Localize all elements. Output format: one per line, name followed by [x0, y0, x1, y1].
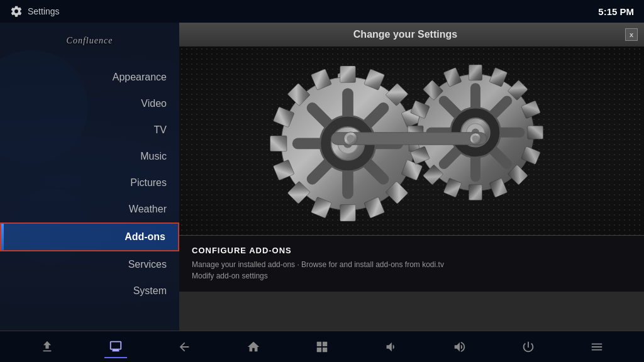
sidebar-item-music[interactable]: Music: [0, 143, 179, 170]
description-title: CONFIGURE ADD-ONS: [192, 246, 631, 255]
screen-button[interactable]: [104, 336, 127, 358]
dialog-title: Change your Settings: [353, 29, 457, 40]
svg-point-55: [472, 135, 479, 142]
home-button[interactable]: [242, 336, 265, 358]
description-area: CONFIGURE ADD-ONS Manage your installed …: [179, 235, 644, 292]
gears-svg: [179, 47, 644, 235]
gear-illustration: [179, 47, 644, 235]
power-button[interactable]: [517, 336, 540, 358]
svg-rect-34: [469, 185, 482, 200]
svg-rect-9: [340, 204, 356, 221]
volume-down-button[interactable]: [379, 336, 402, 358]
svg-rect-1: [340, 66, 356, 82]
gear-icon: [10, 5, 23, 18]
topbar-time: 5:15 PM: [598, 6, 634, 17]
back-button[interactable]: [173, 336, 196, 358]
windows-button[interactable]: [311, 336, 333, 358]
settings-dialog: Change your Settings x: [179, 23, 644, 331]
content-area: Change your Settings x: [179, 23, 644, 331]
svg-rect-26: [469, 65, 482, 80]
main-area: Confluence Appearance Video TV Music Pic…: [0, 23, 644, 331]
dialog-titlebar: Change your Settings x: [179, 23, 644, 47]
topbar-left: Settings: [10, 5, 60, 18]
volume-up-button[interactable]: [448, 336, 471, 358]
sidebar: Confluence Appearance Video TV Music Pic…: [0, 23, 179, 331]
svg-rect-13: [270, 136, 287, 151]
taskbar: [0, 331, 644, 362]
menu-button[interactable]: [586, 336, 608, 358]
sidebar-item-services[interactable]: Services: [0, 251, 179, 278]
dialog-close-button[interactable]: x: [625, 28, 638, 41]
sidebar-item-video[interactable]: Video: [0, 90, 179, 117]
topbar: Settings 5:15 PM: [0, 0, 644, 23]
svg-point-53: [347, 134, 354, 142]
sidebar-item-appearance[interactable]: Appearance: [0, 64, 179, 90]
sidebar-item-weather[interactable]: Weather: [0, 196, 179, 222]
app-logo: Confluence: [0, 29, 179, 64]
sidebar-item-pictures[interactable]: Pictures: [0, 170, 179, 196]
sidebar-item-add-ons[interactable]: Add-ons: [0, 222, 179, 251]
sidebar-item-tv[interactable]: TV: [0, 117, 179, 143]
download-button[interactable]: [36, 336, 58, 358]
svg-rect-30: [528, 126, 543, 139]
description-text: Manage your installed add-ons · Browse f…: [192, 259, 631, 282]
sidebar-item-system[interactable]: System: [0, 278, 179, 304]
topbar-title: Settings: [28, 6, 60, 16]
